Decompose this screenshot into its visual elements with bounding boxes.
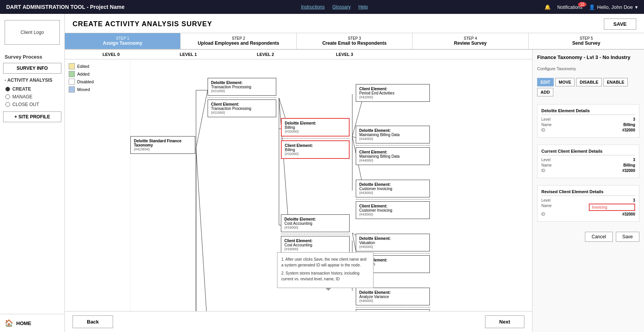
glossary-link[interactable]: Glossary: [332, 4, 350, 10]
home-button[interactable]: 🏠 HOME: [0, 314, 64, 332]
menu-item-create[interactable]: CREATE: [0, 85, 64, 93]
revised-name-input[interactable]: [589, 204, 635, 211]
revised-client-title: Revised Client Element Details: [541, 189, 635, 196]
top-header: DART ADMINISTRATION TOOL - Project Name …: [0, 0, 644, 14]
step-4[interactable]: STEP 4 Review Survey: [412, 33, 528, 49]
l3-d-valuation[interactable]: Deloitte Element: Valuation (#45000): [356, 234, 430, 251]
instructions-link[interactable]: Instructions: [301, 4, 325, 10]
deloitte-level-val: 3: [633, 117, 635, 121]
legend-moved: Moved: [69, 86, 126, 93]
deloitte-details-section: Deloitte Element Details Level 3 Name Bi…: [537, 104, 639, 138]
l2-deloitte-cost[interactable]: Deloitte Element: Cost Accounting (#3300…: [281, 214, 350, 232]
l1-deloitte-1[interactable]: Deloitte Element: Transaction Processing…: [208, 78, 276, 96]
l3-d-cust-inv[interactable]: Deloitte Element: Customer Invoicing (#4…: [356, 180, 430, 197]
cancel-button[interactable]: Cancel: [585, 232, 612, 242]
l3-d-val-id: (#45000): [359, 245, 426, 249]
l1-c1-id: (#21000): [211, 111, 273, 115]
l3-d-bd-name: Maintaining Billing Data: [359, 133, 426, 137]
step-1[interactable]: STEP 1 Assign Taxonomy: [65, 33, 181, 49]
l3-d-analyze[interactable]: Deloitte Element: Analyze Variance (#460…: [356, 288, 430, 305]
step-2[interactable]: STEP 2 Upload Employees and Respondents: [181, 33, 296, 49]
l3-d-bd-label: Deloitte Element:: [359, 128, 426, 133]
level-3-header: LEVEL 3: [304, 52, 385, 57]
edit-button[interactable]: EDIT: [537, 78, 554, 86]
survey-process-title: Survey Process: [0, 51, 64, 61]
added-label: Added: [77, 72, 90, 76]
help-link[interactable]: Help: [358, 4, 368, 10]
tree-canvas: Deloitte Standard Finance Taxonomy (#423…: [130, 59, 532, 311]
root-node-box[interactable]: Deloitte Standard Finance Taxonomy (#423…: [130, 136, 195, 154]
current-id-key: ID: [541, 169, 545, 173]
notifications-bell[interactable]: 🔔 15 Notifications: [544, 4, 583, 10]
root-node[interactable]: Deloitte Standard Finance Taxonomy (#423…: [130, 135, 195, 155]
l1-client-1[interactable]: Client Element: Transaction Processing (…: [208, 99, 276, 117]
tooltip: 1. After user clicks Save, the new clien…: [277, 252, 374, 288]
revised-client-section: Revised Client Element Details Level 3 N…: [537, 185, 639, 222]
root-name: Deloitte Standard Finance Taxonomy: [134, 139, 192, 147]
l3-d-ci-label: Deloitte Element:: [359, 182, 426, 187]
client-logo: Client Logo: [5, 20, 60, 45]
site-profile-button[interactable]: + SITE PROFILE: [3, 111, 61, 122]
edited-label: Edited: [77, 64, 89, 69]
deloitte-level-row: Level 3: [541, 117, 635, 121]
save-button[interactable]: SAVE: [604, 19, 636, 30]
edited-box: [69, 63, 75, 69]
bottom-nav: Back Next: [65, 311, 532, 332]
l3-c-ci-id: (#43000): [359, 212, 426, 216]
l1-pair-1: Deloitte Element: Transaction Processing…: [208, 76, 276, 119]
home-icon: 🏠: [5, 319, 13, 327]
step-3[interactable]: STEP 3 Create Email to Respondents: [297, 33, 412, 49]
activity-analysis-menu: CREATE MANAGE CLOSE OUT: [0, 84, 64, 110]
right-panel: Finance Taxonomy - Lvl 3 - No Industry C…: [532, 50, 644, 332]
page-header: CREATE ACTIVITY ANALYSIS SURVEY SAVE: [65, 14, 644, 33]
root-id: (#423834): [134, 147, 192, 151]
l3-billing-data: Deloitte Element: Maintaining Billing Da…: [356, 124, 430, 167]
deloitte-level-key: Level: [541, 117, 551, 121]
dotted-ci: [356, 199, 430, 200]
l2-deloitte-billing[interactable]: Deloitte Element: Billing (#32000): [281, 118, 350, 137]
l3-d-bd-id: (#44000): [359, 137, 426, 141]
deloitte-name-key: Name: [541, 123, 552, 127]
l3-c-cust-inv[interactable]: Client Element: Customer Invoicing (#430…: [356, 201, 430, 219]
back-button[interactable]: Back: [73, 315, 113, 328]
nav-links: Instructions Glossary Help: [301, 4, 368, 10]
l3-c-ci-name: Customer Invoicing: [359, 208, 426, 212]
l2-client-billing[interactable]: Client Element: Billing (#32000): [281, 140, 350, 159]
l2-d-cost-id: (#33000): [284, 226, 346, 229]
menu-item-manage[interactable]: MANAGE: [0, 93, 64, 101]
main-layout: Client Logo Survey Process SURVEY INFO -…: [0, 14, 644, 332]
l3-d-val-label: Deloitte Element:: [359, 236, 426, 241]
l2-c-billing-id: (#32000): [285, 152, 346, 156]
step-2-label: STEP 2: [182, 36, 294, 40]
level-0-header: LEVEL 0: [73, 52, 150, 57]
l3-d-billing-data[interactable]: Deloitte Element: Maintaining Billing Da…: [356, 126, 430, 143]
l3-c-billing-data[interactable]: Client Element: Maintaining Billing Data…: [356, 147, 430, 165]
deloitte-id-key: ID: [541, 128, 545, 132]
dotted-billing: [281, 138, 350, 139]
user-menu[interactable]: 👤 Hello, John Doe ▾: [589, 4, 638, 10]
manage-label: MANAGE: [12, 94, 32, 99]
survey-info-button[interactable]: SURVEY INFO: [3, 63, 61, 74]
current-id-row: ID #32000: [541, 169, 635, 173]
l3-c-analyze[interactable]: Client Element: Analyze Variance (#46000…: [356, 309, 430, 311]
add-button[interactable]: ADD: [537, 88, 553, 96]
current-level-row: Level 3: [541, 158, 635, 162]
dotted-cost: [281, 234, 350, 234]
l2-d-billing-label: Deloitte Element:: [285, 121, 346, 125]
revised-id-row: ID #32000: [541, 212, 635, 216]
step-5-name: Send Survey: [530, 40, 642, 46]
dotted-bd: [356, 145, 430, 146]
user-icon: 👤: [589, 4, 595, 10]
disable-button[interactable]: DISABLE: [576, 78, 602, 86]
menu-item-closeout[interactable]: CLOSE OUT: [0, 101, 64, 108]
l2-client-cost[interactable]: Client Element: Cost Accounting (#33000): [281, 236, 350, 254]
l3-d-period[interactable]: Client Element: Period End Activities (#…: [356, 84, 430, 102]
legend: Edited Added Disabled Moved: [65, 59, 130, 311]
panel-save-button[interactable]: Save: [616, 232, 639, 242]
move-button[interactable]: MOVE: [555, 78, 575, 86]
l2-c-billing-name: Billing: [285, 148, 346, 152]
level-1-header: LEVEL 1: [150, 52, 227, 57]
step-5[interactable]: STEP 5 Send Survey: [529, 33, 644, 49]
next-button[interactable]: Next: [485, 315, 524, 328]
enable-button[interactable]: ENABLE: [603, 78, 628, 86]
